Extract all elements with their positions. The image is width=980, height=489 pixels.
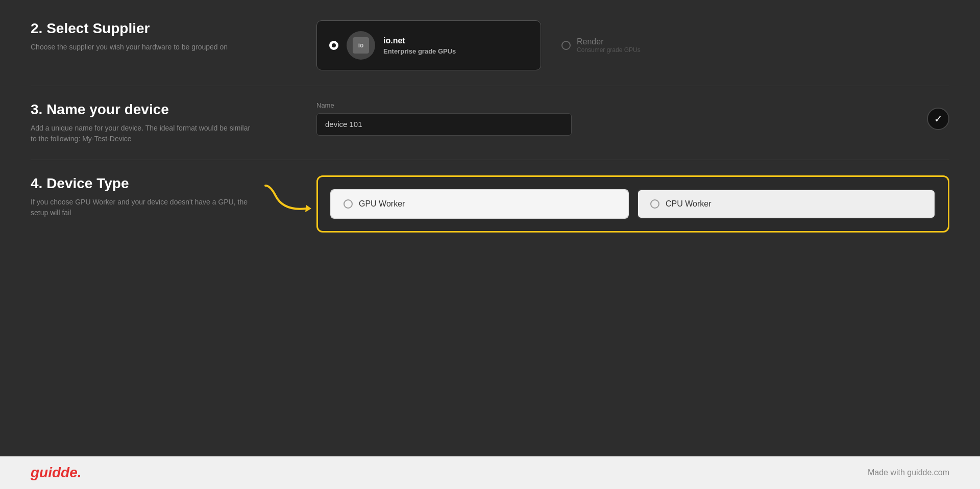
name-field-area: Name device 101 ✓ bbox=[316, 101, 949, 136]
ionet-logo-inner: io bbox=[353, 37, 369, 54]
worker-options: GPU Worker CPU Worker bbox=[330, 189, 936, 219]
check-mark: ✓ bbox=[934, 113, 943, 125]
name-section-label: 3. Name your device Add a unique name fo… bbox=[31, 101, 286, 144]
main-content: 2. Select Supplier Choose the supplier y… bbox=[0, 0, 980, 489]
render-supplier-option[interactable]: Render Consumer grade GPUs bbox=[561, 37, 641, 54]
gpu-worker-option[interactable]: GPU Worker bbox=[330, 189, 629, 219]
supplier-section-title: 2. Select Supplier bbox=[31, 20, 286, 37]
divider-1 bbox=[31, 86, 949, 86]
ionet-supplier-card[interactable]: io io.net Enterprise grade GPUs bbox=[316, 20, 541, 70]
device-type-section-desc: If you choose GPU Worker and your device… bbox=[31, 197, 255, 218]
device-type-card: GPU Worker CPU Worker bbox=[316, 175, 949, 233]
supplier-section-label: 2. Select Supplier Choose the supplier y… bbox=[31, 20, 286, 53]
name-section-title: 3. Name your device bbox=[31, 101, 286, 118]
ionet-info: io.net Enterprise grade GPUs bbox=[383, 36, 528, 55]
gpu-worker-radio[interactable] bbox=[344, 199, 353, 209]
name-field-value: device 101 bbox=[325, 120, 362, 128]
render-label: Render Consumer grade GPUs bbox=[577, 37, 641, 54]
cpu-worker-option[interactable]: CPU Worker bbox=[637, 189, 936, 219]
name-section-desc: Add a unique name for your device. The i… bbox=[31, 123, 255, 144]
footer: guidde. Made with guidde.com bbox=[0, 456, 980, 489]
ionet-name: io.net bbox=[383, 36, 528, 45]
made-with-text: Made with guidde.com bbox=[868, 468, 949, 477]
render-radio[interactable] bbox=[561, 41, 571, 50]
name-field-wrapper: Name device 101 bbox=[316, 101, 572, 136]
name-input[interactable]: device 101 bbox=[316, 113, 572, 136]
render-desc: Consumer grade GPUs bbox=[577, 46, 641, 54]
name-field-label: Name bbox=[316, 101, 572, 109]
supplier-options: io io.net Enterprise grade GPUs Render C… bbox=[316, 20, 641, 70]
guidde-logo-text: guidde. bbox=[31, 465, 82, 481]
device-type-section-title: 4. Device Type bbox=[31, 175, 286, 192]
arrow-svg bbox=[260, 181, 316, 221]
ionet-radio[interactable] bbox=[329, 41, 338, 50]
check-circle: ✓ bbox=[927, 108, 949, 130]
cpu-worker-label: CPU Worker bbox=[666, 199, 712, 209]
check-circle-container: ✓ bbox=[927, 108, 949, 130]
cpu-worker-radio[interactable] bbox=[650, 199, 659, 209]
arrow-container bbox=[260, 181, 316, 223]
guidde-logo: guidde. bbox=[31, 465, 82, 481]
svg-marker-0 bbox=[305, 205, 311, 212]
device-type-section-label: 4. Device Type If you choose GPU Worker … bbox=[31, 175, 286, 218]
device-type-area: GPU Worker CPU Worker bbox=[316, 175, 949, 233]
render-name: Render bbox=[577, 37, 641, 46]
divider-2 bbox=[31, 160, 949, 160]
gpu-worker-label: GPU Worker bbox=[359, 199, 405, 209]
bottom-bar: guidde. Made with guidde.com bbox=[0, 456, 980, 489]
supplier-section-desc: Choose the supplier you wish your hardwa… bbox=[31, 42, 255, 53]
ionet-logo: io bbox=[347, 31, 375, 60]
ionet-desc: Enterprise grade GPUs bbox=[383, 47, 528, 55]
